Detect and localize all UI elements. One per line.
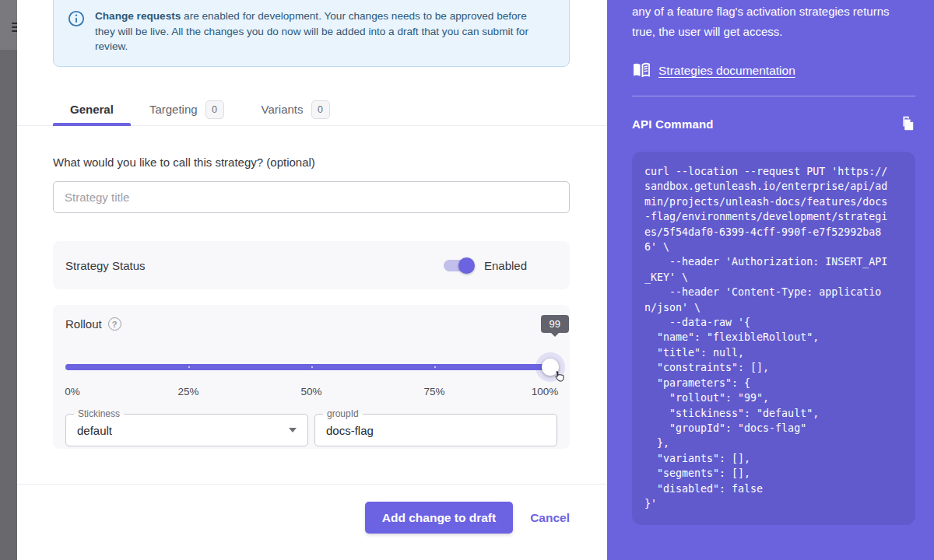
variants-count-badge: 0 [311,100,330,119]
copy-icon [898,114,915,131]
rollout-card: Rollout ? 99 0% 25% 50% 75% 100% [53,305,570,449]
group-id-input[interactable] [326,424,546,437]
strategy-tabs: General Targeting 0 Variants 0 [17,93,607,126]
stickiness-label: Stickiness [74,408,124,419]
sidebar-intro-text: any of a feature flag's activation strat… [632,0,909,42]
rollout-slider[interactable] [65,359,557,376]
api-command-code[interactable]: curl --location --request PUT 'https:// … [632,152,915,525]
rollout-slider-thumb[interactable] [542,359,559,376]
api-command-title: API Command [632,117,714,131]
rollout-label: Rollout [65,317,102,331]
tab-general[interactable]: General [53,93,131,125]
change-requests-alert: Change requests are enabled for developm… [53,0,570,67]
tab-targeting[interactable]: Targeting 0 [131,93,243,125]
group-id-field[interactable]: groupId [314,414,557,446]
form-footer: Add change to draft Cancel [17,484,607,560]
targeting-count-badge: 0 [205,100,224,119]
page-backdrop [0,0,17,560]
hamburger-menu-icon [12,23,17,34]
alert-text: Change requests are enabled for developm… [95,9,546,57]
strategy-form-panel: Change requests are enabled for developm… [17,0,607,560]
alert-bold-text: Change requests [95,10,181,22]
strategy-status-card: Strategy Status Enabled [53,241,570,289]
stickiness-select[interactable]: Stickiness default [65,414,308,446]
strategies-documentation-link[interactable]: Strategies documentation [658,64,795,78]
sidebar-divider [632,96,915,96]
strategy-status-label: Strategy Status [65,259,146,272]
chevron-down-icon [289,428,297,432]
stickiness-value: default [77,424,289,437]
strategy-title-input[interactable] [53,181,570,213]
rollout-help-icon[interactable]: ? [108,317,121,331]
cancel-button[interactable]: Cancel [530,511,570,525]
strategy-status-toggle[interactable] [444,257,475,273]
rollout-value-tooltip: 99 [541,315,569,333]
group-id-label: groupId [323,408,363,419]
info-icon [68,10,85,27]
rollout-tick-labels: 0% 25% 50% 75% 100% [65,386,557,398]
strategy-status-value: Enabled [484,259,527,272]
strategy-help-sidebar: any of a feature flag's activation strat… [607,0,934,560]
copy-button[interactable] [898,114,915,134]
tab-variants[interactable]: Variants 0 [243,93,349,125]
add-change-to-draft-button[interactable]: Add change to draft [365,502,513,534]
strategy-title-question: What would you like to call this strateg… [53,156,570,169]
book-icon [632,62,651,79]
